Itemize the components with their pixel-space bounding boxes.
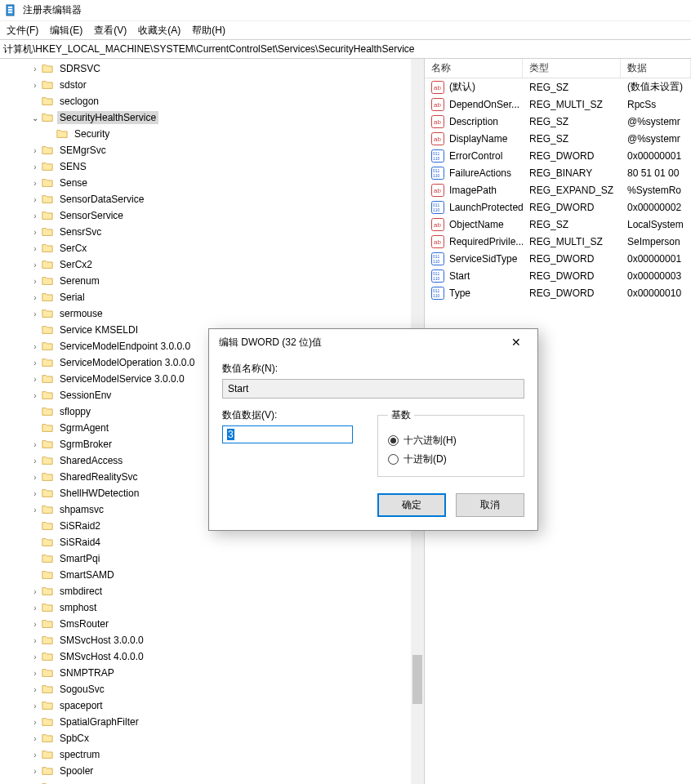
address-bar[interactable]: 计算机\HKEY_LOCAL_MACHINE\SYSTEM\CurrentCon… (0, 39, 691, 59)
tree-toggle-icon[interactable] (29, 179, 41, 188)
tree-item[interactable]: sdstor (0, 77, 424, 93)
value-row[interactable]: LaunchProtectedREG_DWORD0x00000002 (425, 198, 691, 216)
tree-item[interactable]: spaceport (0, 697, 424, 714)
radio-dec-row[interactable]: 十进制(D) (388, 452, 514, 466)
dialog-close-button[interactable]: ✕ (500, 331, 533, 354)
menu-favorites[interactable]: 收藏夹(A) (138, 24, 181, 38)
value-row[interactable]: ServiceSidTypeREG_DWORD0x00000001 (425, 250, 691, 267)
tree-scrollbar-thumb[interactable] (412, 655, 422, 704)
value-row[interactable]: TypeREG_DWORD0x00000010 (425, 284, 691, 301)
tree-toggle-icon[interactable] (29, 604, 41, 612)
header-type[interactable]: 类型 (523, 59, 621, 78)
tree-toggle-icon[interactable] (29, 734, 41, 743)
tree-item[interactable]: SDRSVC (0, 60, 424, 77)
tree-item[interactable]: sermouse (0, 305, 424, 322)
tree-item[interactable]: SmartPqi (0, 550, 424, 567)
tree-toggle-icon[interactable] (29, 587, 41, 596)
tree-item[interactable]: Spooler (0, 763, 424, 779)
value-row[interactable]: RequiredPrivile...REG_MULTI_SZSeImperson (425, 233, 691, 250)
value-row[interactable]: ImagePathREG_EXPAND_SZ%SystemRo (425, 181, 691, 198)
tree-item[interactable]: seclogon (0, 93, 424, 109)
tree-item[interactable]: SEMgrSvc (0, 142, 424, 158)
radio-dec[interactable] (388, 454, 399, 465)
tree-item[interactable]: SmartSAMD (0, 567, 424, 583)
tree-item[interactable]: SiSRaid4 (0, 534, 424, 550)
tree-toggle-icon[interactable] (29, 195, 41, 204)
tree-toggle-icon[interactable] (29, 702, 41, 710)
tree-toggle-icon[interactable] (29, 244, 41, 253)
tree-toggle-icon[interactable] (29, 342, 41, 351)
tree-item[interactable]: SensrSvc (0, 224, 424, 240)
tree-toggle-icon[interactable] (29, 277, 41, 286)
menu-edit[interactable]: 编辑(E) (50, 24, 82, 38)
tree-item[interactable]: SpatialGraphFilter (0, 714, 424, 730)
menu-view[interactable]: 查看(V) (94, 24, 127, 38)
tree-item[interactable]: SNMPTRAP (0, 665, 424, 681)
header-data[interactable]: 数据 (621, 59, 691, 78)
tree-toggle-icon[interactable] (29, 489, 41, 498)
tree-item[interactable]: SerCx (0, 240, 424, 256)
tree-toggle-icon[interactable] (29, 636, 41, 645)
tree-toggle-icon[interactable] (29, 310, 41, 318)
tree-toggle-icon[interactable] (29, 685, 41, 694)
tree-toggle-icon[interactable] (29, 293, 41, 302)
tree-item[interactable]: SMSvcHost 4.0.0.0 (0, 648, 424, 665)
tree-toggle-icon[interactable] (29, 767, 41, 776)
tree-item[interactable]: smphost (0, 599, 424, 616)
menu-file[interactable]: 文件(F) (7, 24, 38, 38)
header-name[interactable]: 名称 (425, 59, 523, 78)
tree-toggle-icon[interactable] (29, 440, 41, 449)
tree-toggle-icon[interactable] (29, 212, 41, 220)
tree-item[interactable]: SENS (0, 158, 424, 175)
radio-hex[interactable] (388, 435, 399, 446)
folder-icon (41, 504, 54, 515)
tree-toggle-icon[interactable] (29, 473, 41, 482)
tree-item[interactable]: SmsRouter (0, 616, 424, 632)
tree-toggle-icon[interactable] (29, 653, 41, 662)
tree-toggle-icon[interactable] (29, 669, 41, 678)
tree-item[interactable]: SensorDataService (0, 191, 424, 207)
tree-item[interactable]: Serenum (0, 273, 424, 289)
value-row[interactable]: (默认)REG_SZ(数值未设置) (425, 78, 691, 96)
tree-toggle-icon[interactable] (29, 65, 41, 74)
tree-toggle-icon[interactable] (29, 359, 41, 368)
tree-toggle-icon[interactable] (29, 375, 41, 384)
tree-toggle-icon[interactable] (29, 81, 41, 90)
tree-item[interactable]: Sense (0, 175, 424, 191)
menu-help[interactable]: 帮助(H) (192, 24, 225, 38)
tree-item[interactable]: spectrum (0, 746, 424, 763)
tree-toggle-icon[interactable] (29, 114, 41, 122)
tree-toggle-icon[interactable] (29, 457, 41, 466)
value-row[interactable]: DisplayNameREG_SZ@%systemr (425, 130, 691, 147)
tree-toggle-icon[interactable] (29, 146, 41, 155)
value-data-input[interactable]: 3 (222, 425, 353, 443)
value-row[interactable]: StartREG_DWORD0x00000003 (425, 267, 691, 284)
value-row[interactable]: DependOnSer...REG_MULTI_SZRpcSs (425, 96, 691, 113)
tree-toggle-icon[interactable] (29, 163, 41, 172)
tree-item[interactable]: smbdirect (0, 583, 424, 599)
value-row[interactable]: ErrorControlREG_DWORD0x00000001 (425, 147, 691, 164)
tree-item[interactable]: SecurityHealthService (0, 109, 424, 126)
tree-item[interactable]: Serial (0, 289, 424, 305)
ok-button[interactable]: 确定 (377, 493, 446, 517)
tree-toggle-icon[interactable] (29, 620, 41, 629)
radio-hex-row[interactable]: 十六进制(H) (388, 434, 514, 448)
value-row[interactable]: DescriptionREG_SZ@%systemr (425, 113, 691, 130)
tree-item[interactable]: Security (0, 126, 424, 142)
tree-toggle-icon[interactable] (29, 261, 41, 270)
tree-item[interactable]: SMSvcHost 3.0.0.0 (0, 632, 424, 648)
tree-toggle-icon[interactable] (29, 718, 41, 727)
tree-toggle-icon[interactable] (29, 751, 41, 760)
value-row[interactable]: FailureActionsREG_BINARY80 51 01 00 (425, 164, 691, 181)
cancel-button[interactable]: 取消 (456, 493, 524, 517)
tree-item[interactable]: sppsvc (0, 779, 424, 784)
value-row[interactable]: ObjectNameREG_SZLocalSystem (425, 216, 691, 233)
tree-item[interactable]: SpbCx (0, 730, 424, 746)
tree-toggle-icon[interactable] (29, 228, 41, 237)
tree-item[interactable]: SogouSvc (0, 681, 424, 697)
values-list[interactable]: (默认)REG_SZ(数值未设置)DependOnSer...REG_MULTI… (425, 78, 691, 301)
tree-toggle-icon[interactable] (29, 506, 41, 514)
tree-toggle-icon[interactable] (29, 391, 41, 400)
tree-item[interactable]: SerCx2 (0, 256, 424, 273)
tree-item[interactable]: SensorService (0, 207, 424, 224)
